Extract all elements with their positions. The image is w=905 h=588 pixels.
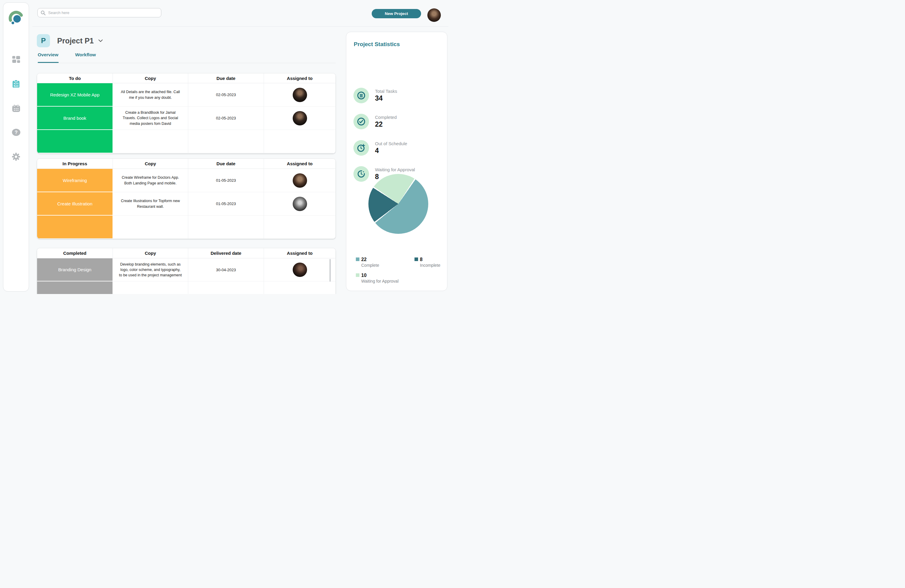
legend-label: Waiting for Approval xyxy=(361,279,399,283)
column-header: Delivered date xyxy=(188,248,264,258)
page-title: Project P1 xyxy=(57,37,94,45)
in-progress-table: In Progress Copy Due date Assigned to Wi… xyxy=(37,158,336,239)
stat-label: Out of Schedule xyxy=(375,141,407,146)
clock-waiting-icon xyxy=(353,166,369,182)
legend-value: 10 xyxy=(361,273,399,278)
task-assignee-cell-empty xyxy=(264,216,335,239)
dashboard-grid-icon xyxy=(12,56,20,63)
app-logo-icon xyxy=(8,10,25,27)
project-statistics-panel: Project Statistics Total Tasks 34 Comple… xyxy=(346,32,448,291)
task-assignee-cell xyxy=(264,169,335,192)
tasks-clipboard-icon xyxy=(12,80,20,88)
task-date-cell: 30-04-2023 xyxy=(188,258,264,281)
task-title-cell[interactable]: Brand book xyxy=(37,106,113,130)
task-title-cell[interactable]: Redesign XZ Mobile App xyxy=(37,83,113,106)
tabs-divider xyxy=(38,63,336,63)
column-header: Due date xyxy=(188,159,264,169)
task-date-cell-empty xyxy=(188,130,264,153)
assignee-avatar[interactable] xyxy=(293,88,307,102)
task-copy-cell-empty xyxy=(113,281,188,294)
calendar-icon xyxy=(12,105,20,112)
task-date-cell: 02-05-2023 xyxy=(188,83,264,106)
assignee-avatar[interactable] xyxy=(293,262,307,277)
tab-bar: Overview Workflow xyxy=(38,52,96,61)
task-copy-cell: Create Wireframe for Doctors App. Both L… xyxy=(113,169,188,192)
column-header: Due date xyxy=(188,73,264,83)
task-copy-cell-empty xyxy=(113,216,188,239)
clock-plus-icon xyxy=(353,140,369,156)
legend-value: 22 xyxy=(361,257,379,262)
task-copy-cell: Create a BrandBook for Jamal Travels. Co… xyxy=(113,106,188,130)
legend-item-incomplete: 8 Incomplete xyxy=(414,257,440,268)
task-copy-cell-empty xyxy=(113,130,188,153)
legend-item-waiting: 10 Waiting for Approval xyxy=(356,273,399,283)
user-avatar[interactable] xyxy=(427,8,441,22)
settings-gear-icon xyxy=(12,153,20,161)
task-assignee-cell xyxy=(264,106,335,130)
chevron-down-icon[interactable] xyxy=(98,39,103,42)
task-copy-cell: Develop branding elements, such as logo,… xyxy=(113,258,188,281)
legend-value: 8 xyxy=(420,257,440,262)
column-header: Completed xyxy=(37,248,113,258)
help-icon: ? xyxy=(12,129,21,136)
new-project-button[interactable]: New Project xyxy=(372,9,421,18)
column-header: Assigned to xyxy=(264,159,335,169)
task-assignee-cell xyxy=(264,83,335,106)
task-title-cell-empty[interactable] xyxy=(37,281,113,294)
sidebar-item-help[interactable]: ? xyxy=(12,128,21,137)
search-input-container xyxy=(37,8,161,17)
task-title-cell[interactable]: Wireframing xyxy=(37,169,113,192)
stat-value: 34 xyxy=(375,94,397,102)
task-copy-cell: All Details are the attached file. Call … xyxy=(113,83,188,106)
task-title-cell[interactable]: Branding Design xyxy=(37,258,113,281)
stat-value: 22 xyxy=(375,120,397,129)
sidebar-item-settings[interactable] xyxy=(12,153,21,161)
task-date-cell: 01-05-2023 xyxy=(188,192,264,216)
column-header: Copy xyxy=(113,159,188,169)
legend-label: Complete xyxy=(361,263,379,268)
tab-workflow[interactable]: Workflow xyxy=(75,52,96,61)
task-title-cell-empty[interactable] xyxy=(37,216,113,239)
stat-completed: Completed 22 xyxy=(353,114,397,129)
assignee-avatar[interactable] xyxy=(293,197,307,211)
legend-swatch xyxy=(356,273,359,277)
stat-label: Total Tasks xyxy=(375,89,397,94)
todo-table: To do Copy Due date Assigned to Redesign… xyxy=(37,73,336,154)
sidebar: ? xyxy=(3,2,29,292)
stat-value: 4 xyxy=(375,147,407,155)
check-circle-icon xyxy=(353,114,369,129)
stat-label: Waiting for Approval xyxy=(375,167,415,172)
tasks-list-circle-icon xyxy=(353,88,369,103)
column-header: Assigned to xyxy=(264,73,335,83)
svg-text:?: ? xyxy=(15,130,17,135)
project-badge: P xyxy=(37,34,50,47)
task-assignee-cell-empty xyxy=(264,281,335,294)
legend-swatch xyxy=(414,257,418,261)
sidebar-item-tasks[interactable] xyxy=(12,79,21,88)
legend-swatch xyxy=(356,257,359,261)
task-assignee-cell-empty xyxy=(264,130,335,153)
task-title-cell[interactable]: Create Illustration xyxy=(37,192,113,216)
header-divider xyxy=(32,26,448,27)
completed-table: Completed Copy Delivered date Assigned t… xyxy=(37,248,336,294)
column-header: To do xyxy=(37,73,113,83)
task-title-cell-empty[interactable] xyxy=(37,130,113,153)
task-copy-cell: Create Illustrations for Topform new Res… xyxy=(113,192,188,216)
task-date-cell-empty xyxy=(188,216,264,239)
assignee-avatar[interactable] xyxy=(293,173,307,188)
search-icon xyxy=(41,11,46,15)
search-input[interactable] xyxy=(48,11,158,15)
sidebar-item-calendar[interactable] xyxy=(12,104,21,112)
stat-label: Completed xyxy=(375,114,397,120)
task-assignee-cell xyxy=(264,258,335,281)
legend-item-complete: 22 Complete xyxy=(356,257,379,268)
column-header: Copy xyxy=(113,248,188,258)
task-assignee-cell xyxy=(264,192,335,216)
column-header: Assigned to xyxy=(264,248,335,258)
task-date-cell-empty xyxy=(188,281,264,294)
tasks-pie-chart xyxy=(368,174,428,234)
assignee-avatar[interactable] xyxy=(293,111,307,126)
table-scrollbar[interactable] xyxy=(330,259,331,282)
sidebar-item-dashboard[interactable] xyxy=(12,56,21,64)
tab-overview[interactable]: Overview xyxy=(38,52,58,61)
